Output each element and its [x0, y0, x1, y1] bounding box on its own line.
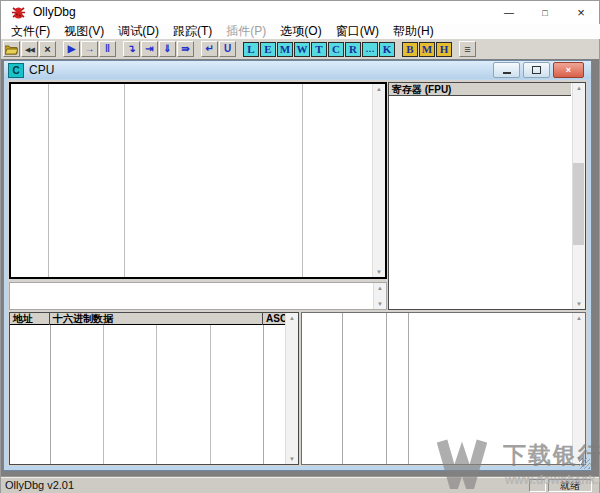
- cpu-close-button[interactable]: ×: [553, 62, 584, 78]
- menu-options[interactable]: 选项(O): [273, 24, 328, 39]
- column-divider: [210, 325, 211, 464]
- column-divider: [386, 313, 387, 464]
- column-divider: [302, 84, 303, 277]
- cpu-window: C CPU × ▲ ▼: [3, 60, 592, 471]
- column-divider: [124, 84, 125, 277]
- toolbar-hardware-breakpoints-window-button[interactable]: H: [436, 42, 452, 57]
- column-divider: [103, 325, 104, 464]
- toolbar-executables-window-button[interactable]: E: [260, 42, 276, 57]
- toolbar-memory-window-button[interactable]: M: [277, 42, 293, 57]
- toolbar-step-button[interactable]: →: [81, 41, 98, 57]
- column-divider: [408, 313, 409, 464]
- dump-scrollbar[interactable]: ▲ ▼: [285, 313, 298, 464]
- scroll-up-icon[interactable]: ▲: [377, 285, 383, 291]
- toolbar-cpu-window-button[interactable]: C: [328, 42, 344, 57]
- status-state: 就绪: [548, 479, 592, 492]
- titlebar: OllyDbg — □ ×: [1, 1, 599, 24]
- cpu-restore-button[interactable]: [523, 62, 550, 78]
- toolbar-windows-list-button[interactable]: ≡: [459, 41, 476, 57]
- cpu-window-controls: ×: [493, 62, 584, 78]
- toolbar-references-window-button[interactable]: R: [345, 42, 361, 57]
- toolbar-step-over-button[interactable]: ⇥: [141, 41, 158, 57]
- cpu-window-icon: C: [8, 63, 24, 78]
- maximize-button[interactable]: □: [527, 1, 563, 24]
- info-pane[interactable]: ▲ ▼: [9, 282, 387, 310]
- dump-header-hex: 十六进制数据: [50, 313, 263, 325]
- column-divider: [50, 325, 51, 464]
- status-empty-cell: [529, 479, 546, 492]
- toolbar-run-button[interactable]: ▶: [63, 41, 80, 57]
- toolbar-restart-button[interactable]: ◀◀: [21, 41, 38, 57]
- toolbar-call-stack-window-button[interactable]: K: [379, 42, 395, 57]
- column-divider: [48, 84, 49, 277]
- menu-plugins[interactable]: 插件(P): [219, 24, 273, 39]
- toolbar-memory-breakpoints-window-button[interactable]: M: [419, 42, 435, 57]
- scrollbar-thumb[interactable]: [573, 163, 584, 245]
- minimize-icon: [503, 72, 511, 74]
- cpu-window-title: CPU: [29, 63, 54, 77]
- scroll-down-icon[interactable]: ▼: [376, 269, 382, 275]
- disassembly-panel[interactable]: ▲ ▼: [9, 82, 387, 279]
- toolbar-step-into-button[interactable]: ↴: [123, 41, 140, 57]
- toolbar: ◀◀ × ▶ → ‖ ↴ ⇥ ⇓ ⇛ ↵ U L E M W T C R … K…: [1, 39, 599, 59]
- menu-debug[interactable]: 调试(D): [111, 24, 166, 39]
- stack-scrollbar[interactable]: ▲ ▼: [572, 313, 585, 464]
- scroll-down-icon[interactable]: ▼: [289, 456, 295, 462]
- scroll-down-icon[interactable]: ▼: [576, 301, 582, 307]
- toolbar-log-window-button[interactable]: L: [243, 42, 259, 57]
- toolbar-trace-into-button[interactable]: ⇓: [159, 41, 176, 57]
- restore-icon: [532, 66, 541, 74]
- toolbar-breakpoints-window-button[interactable]: B: [402, 42, 418, 57]
- toolbar-pause-button[interactable]: ‖: [99, 41, 116, 57]
- scroll-down-icon[interactable]: ▼: [377, 301, 383, 307]
- menu-file[interactable]: 文件(F): [4, 24, 57, 39]
- scroll-up-icon[interactable]: ▲: [289, 315, 295, 321]
- stack-panel[interactable]: ▲ ▼: [301, 312, 586, 465]
- dump-header-address: 地址: [10, 313, 50, 325]
- close-button[interactable]: ×: [563, 1, 599, 24]
- menu-help[interactable]: 帮助(H): [386, 24, 441, 39]
- toolbar-trace-over-button[interactable]: ⇛: [177, 41, 194, 57]
- statusbar: OllyDbg v2.01 就绪: [1, 476, 599, 493]
- ollydbg-main-window: OllyDbg — □ × 文件(F) 视图(V) 调试(D) 跟踪(T) 插件…: [0, 0, 600, 493]
- toolbar-open-button[interactable]: [3, 41, 20, 57]
- cpu-window-content: ▲ ▼ ▲ ▼ 寄存器 (FPU) ▲ ▼: [8, 80, 587, 466]
- folder-open-icon: [5, 44, 18, 55]
- ollydbg-bug-icon: [10, 4, 27, 21]
- toolbar-run-trace-window-button[interactable]: …: [362, 42, 378, 57]
- menu-view[interactable]: 视图(V): [57, 24, 111, 39]
- info-pane-scrollbar[interactable]: ▲ ▼: [373, 283, 386, 309]
- menu-windows[interactable]: 窗口(W): [329, 24, 386, 39]
- scroll-up-icon[interactable]: ▲: [576, 85, 582, 91]
- toolbar-threads-window-button[interactable]: T: [311, 42, 327, 57]
- minimize-button[interactable]: —: [491, 1, 527, 24]
- registers-panel[interactable]: 寄存器 (FPU) ▲ ▼: [388, 82, 586, 310]
- toolbar-return-button[interactable]: ↵: [201, 41, 218, 57]
- resize-grip[interactable]: [579, 458, 590, 469]
- toolbar-windows-window-button[interactable]: W: [294, 42, 310, 57]
- cpu-window-titlebar[interactable]: C CPU ×: [4, 61, 591, 79]
- app-title: OllyDbg: [33, 1, 76, 24]
- dump-panel[interactable]: 地址 十六进制数据 ASCII ▲ ▼: [9, 312, 299, 465]
- status-version: OllyDbg v2.01: [5, 479, 74, 491]
- column-divider: [263, 325, 264, 464]
- registers-header: 寄存器 (FPU): [389, 83, 571, 96]
- column-divider: [156, 325, 157, 464]
- toolbar-close-button[interactable]: ×: [39, 41, 56, 57]
- column-divider: [342, 313, 343, 464]
- dump-header-ascii: ASCII: [263, 313, 285, 325]
- window-controls: — □ ×: [491, 1, 599, 24]
- cpu-minimize-button[interactable]: [493, 62, 520, 78]
- toolbar-user-code-button[interactable]: U: [219, 41, 236, 57]
- disassembly-scrollbar[interactable]: ▲ ▼: [372, 84, 385, 277]
- menubar: 文件(F) 视图(V) 调试(D) 跟踪(T) 插件(P) 选项(O) 窗口(W…: [1, 24, 600, 39]
- scroll-up-icon[interactable]: ▲: [376, 86, 382, 92]
- scroll-up-icon[interactable]: ▲: [576, 315, 582, 321]
- dump-header-row: 地址 十六进制数据 ASCII: [10, 313, 285, 325]
- mdi-client-area: C CPU × ▲ ▼: [1, 59, 599, 476]
- menu-trace[interactable]: 跟踪(T): [166, 24, 219, 39]
